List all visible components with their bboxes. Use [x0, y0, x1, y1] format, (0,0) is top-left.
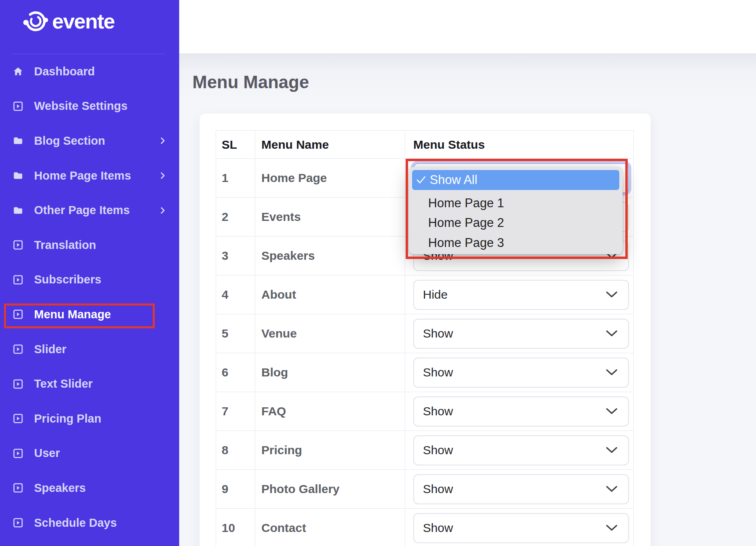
cell-sl: 4: [216, 275, 255, 314]
sidebar-item-website-settings[interactable]: Website Settings: [0, 89, 179, 124]
column-header-sl: SL: [216, 131, 255, 159]
cell-sl: 9: [216, 470, 255, 509]
status-select[interactable]: Show: [413, 435, 629, 465]
table-row: 5VenueShow: [216, 314, 634, 353]
cell-menu-name: FAQ: [255, 392, 405, 431]
play-square-icon: [12, 274, 24, 285]
chevron-right-icon: [158, 171, 167, 180]
cell-sl: 2: [216, 198, 255, 237]
play-square-icon: [12, 239, 24, 251]
dropdown-option-selected[interactable]: Show All: [412, 170, 619, 190]
sidebar-item-label: Other Page Items: [34, 204, 130, 217]
cell-menu-name: Home Page: [255, 159, 405, 198]
play-square-icon: [12, 344, 24, 355]
sidebar-item-label: Speakers: [34, 481, 86, 495]
chevron-right-icon: [158, 206, 167, 215]
cell-menu-name: Contact: [255, 509, 405, 546]
sidebar-item-label: Pricing Plan: [34, 412, 101, 425]
cell-menu-name: Venue: [255, 314, 405, 353]
cell-sl: 7: [216, 392, 255, 431]
table-row: 6BlogShow: [216, 353, 634, 392]
status-select[interactable]: Hide: [413, 280, 629, 310]
table-row: 7FAQShow: [216, 392, 634, 431]
sidebar-item-label: Schedule Days: [34, 516, 117, 530]
check-icon: [416, 176, 426, 184]
dropdown-option[interactable]: Home Page 3: [409, 233, 623, 253]
cell-menu-name: Pricing: [255, 431, 405, 470]
sidebar-item-slider[interactable]: Slider: [0, 332, 179, 367]
sidebar-item-label: Blog Section: [34, 134, 105, 148]
status-select[interactable]: Show: [413, 358, 629, 388]
chevron-down-icon: [606, 330, 618, 337]
status-select[interactable]: Show: [413, 474, 629, 504]
sidebar-item-label: Subscribers: [34, 273, 101, 286]
table-row: 9Photo GalleryShow: [216, 470, 634, 509]
cell-menu-status: Show: [405, 431, 634, 470]
sidebar: evente DashboardWebsite SettingsBlog Sec…: [0, 0, 179, 546]
cell-sl: 1: [216, 159, 255, 198]
cell-menu-name: Events: [255, 198, 405, 237]
sidebar-item-user[interactable]: User: [0, 436, 179, 471]
cell-sl: 3: [216, 237, 255, 275]
sidebar-item-label: Website Settings: [34, 99, 127, 113]
chevron-down-icon: [606, 485, 618, 493]
screen: evente DashboardWebsite SettingsBlog Sec…: [0, 0, 756, 546]
table-row: 10ContactShow: [216, 509, 634, 546]
status-select[interactable]: Show: [413, 513, 629, 543]
sidebar-item-home-page-items[interactable]: Home Page Items: [0, 158, 179, 193]
play-square-icon: [12, 309, 24, 320]
sidebar-item-menu-manage[interactable]: Menu Manage: [0, 297, 179, 332]
play-square-icon: [12, 101, 24, 112]
page-title: Menu Manage: [192, 72, 309, 92]
cell-menu-status: Show: [405, 470, 634, 509]
sidebar-item-text-slider[interactable]: Text Slider: [0, 366, 179, 401]
cell-sl: 5: [216, 314, 255, 353]
cell-sl: 8: [216, 431, 255, 470]
sidebar-item-dashboard[interactable]: Dashboard: [0, 54, 179, 89]
chevron-down-icon: [606, 447, 618, 454]
status-select-value: Show: [423, 366, 453, 379]
sidebar-item-blog-section[interactable]: Blog Section: [0, 123, 179, 158]
logo: evente: [23, 9, 115, 34]
folder-icon: [12, 135, 24, 146]
sidebar-item-other-page-items[interactable]: Other Page Items: [0, 193, 179, 228]
play-square-icon: [12, 517, 24, 528]
sidebar-item-speakers[interactable]: Speakers: [0, 471, 179, 506]
dropdown-option[interactable]: Home Page 1: [409, 193, 623, 213]
sidebar-item-translation[interactable]: Translation: [0, 228, 179, 263]
status-select-value: Show: [423, 521, 453, 535]
logo-text: evente: [52, 9, 115, 34]
cell-menu-status: Show: [405, 392, 634, 431]
status-select[interactable]: Show: [413, 319, 629, 349]
sidebar-item-label: User: [34, 447, 60, 460]
chevron-down-icon: [606, 369, 618, 376]
cell-menu-name: Blog: [255, 353, 405, 392]
column-header-menu-name: Menu Name: [255, 131, 405, 159]
column-header-menu-status: Menu Status: [405, 131, 634, 159]
sidebar-nav: DashboardWebsite SettingsBlog SectionHom…: [0, 54, 179, 540]
cell-menu-name: Photo Gallery: [255, 470, 405, 509]
chevron-down-icon: [606, 408, 618, 415]
sidebar-item-subscribers[interactable]: Subscribers: [0, 263, 179, 297]
play-square-icon: [12, 448, 24, 459]
sidebar-item-pricing-plan[interactable]: Pricing Plan: [0, 401, 179, 436]
cell-menu-status: Hide: [405, 275, 634, 314]
cell-sl: 6: [216, 353, 255, 392]
status-select-value: Show: [423, 404, 453, 418]
sidebar-item-label: Home Page Items: [34, 169, 131, 182]
sidebar-item-label: Dashboard: [34, 65, 95, 78]
status-select[interactable]: Show: [413, 396, 629, 427]
home-icon: [12, 66, 24, 77]
evente-logo-icon: [23, 9, 48, 34]
cell-menu-status: Show: [405, 314, 634, 353]
sidebar-item-schedule-days[interactable]: Schedule Days: [0, 506, 179, 540]
folder-icon: [12, 170, 24, 181]
sidebar-item-label: Text Slider: [34, 377, 93, 390]
dropdown-option-label: Show All: [430, 173, 477, 187]
dropdown-panel: Show All Home Page 1Home Page 2Home Page…: [409, 167, 623, 254]
play-square-icon: [12, 413, 24, 424]
dropdown-option[interactable]: Home Page 2: [409, 213, 623, 233]
status-select-value: Hide: [423, 288, 448, 301]
chevron-down-icon: [606, 524, 618, 532]
play-square-icon: [12, 482, 24, 493]
